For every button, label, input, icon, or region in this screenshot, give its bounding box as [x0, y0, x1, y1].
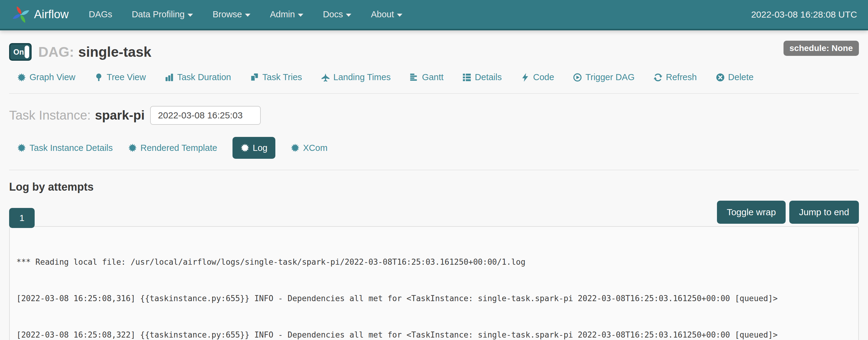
menu-label: Admin [270, 9, 295, 20]
dag-nav-label: Task Duration [177, 72, 231, 82]
play-circle-icon [573, 73, 582, 82]
task-instance-nav: Task Instance Details Rendered Template … [9, 137, 859, 159]
menu-item-admin[interactable]: Admin [270, 9, 303, 20]
dag-nav-tree-view[interactable]: Tree View [94, 72, 146, 82]
log-toolbar: 1 Toggle wrap Jump to end [9, 201, 859, 226]
chevron-down-icon [188, 14, 193, 17]
dag-nav-label: Refresh [666, 72, 697, 82]
utc-clock: 2022-03-08 16:28:08 UTC [751, 9, 857, 20]
starburst-icon [240, 143, 250, 152]
ti-nav-label: Rendered Template [141, 143, 217, 153]
ti-nav-task-instance-details[interactable]: Task Instance Details [17, 143, 113, 153]
log-by-attempts-heading: Log by attempts [9, 181, 859, 193]
attempt-tab-1[interactable]: 1 [9, 208, 35, 228]
starburst-icon [17, 73, 26, 82]
airflow-brand[interactable]: Airflow [11, 5, 69, 25]
dag-nav-trigger-dag[interactable]: Trigger DAG [573, 72, 634, 82]
top-navbar: Airflow DAGs Data Profiling Browse Admin… [0, 0, 868, 30]
menu-item-docs[interactable]: Docs [323, 9, 351, 20]
align-left-icon [409, 73, 418, 82]
dag-header: On DAG: single-task schedule: None [9, 43, 859, 61]
dag-nav-code[interactable]: Code [521, 72, 554, 82]
log-actions: Toggle wrap Jump to end [717, 201, 859, 224]
ti-nav-xcom[interactable]: XCom [290, 143, 328, 153]
starburst-icon [290, 143, 300, 152]
menu-item-data-profiling[interactable]: Data Profiling [132, 9, 193, 20]
menu-item-browse[interactable]: Browse [212, 9, 250, 20]
dag-nav-label: Landing Times [333, 72, 391, 82]
menu-item-dags[interactable]: DAGs [89, 9, 112, 20]
dag-nav-label: Tree View [107, 72, 146, 82]
dag-nav-label: Trigger DAG [585, 72, 634, 82]
dag-title: single-task [79, 44, 151, 60]
dag-nav-label: Details [475, 72, 502, 82]
schedule-badge: schedule: None [783, 41, 859, 56]
dag-nav-label: Task Tries [262, 72, 302, 82]
dag-nav-graph-view[interactable]: Graph View [17, 72, 75, 82]
dag-nav-label: Graph View [29, 72, 75, 82]
log-line: [2022-03-08 16:25:08,316] {{taskinstance… [17, 292, 851, 304]
toggle-knob [25, 45, 29, 58]
bolt-icon [521, 73, 530, 82]
bar-chart-icon [165, 73, 174, 82]
menu-label: About [371, 9, 394, 20]
chevron-down-icon [346, 14, 351, 17]
menu-item-about[interactable]: About [371, 9, 402, 20]
starburst-icon [17, 143, 26, 152]
dag-nav-label: Gantt [422, 72, 443, 82]
airflow-logo-icon [11, 5, 31, 25]
ti-nav-label: XCom [303, 143, 328, 153]
chevron-down-icon [298, 14, 303, 17]
brand-label: Airflow [34, 8, 69, 21]
task-instance-header: Task Instance: spark-pi [9, 106, 859, 125]
starburst-icon [128, 143, 137, 152]
ti-nav-rendered-template[interactable]: Rendered Template [128, 143, 217, 153]
task-instance-name: spark-pi [95, 108, 144, 123]
log-line: [2022-03-08 16:25:08,322] {{taskinstance… [17, 329, 851, 340]
dag-title-prefix: DAG: [38, 44, 74, 60]
menu-label: DAGs [89, 9, 112, 20]
divider [9, 93, 859, 94]
chevron-down-icon [397, 14, 402, 17]
divider [9, 170, 859, 170]
menu-label: Docs [323, 9, 343, 20]
dag-nav-details[interactable]: Details [462, 72, 502, 82]
plane-icon [321, 73, 330, 82]
list-icon [462, 73, 471, 82]
dag-view-nav: Graph View Tree View Task Duration Task … [9, 72, 859, 82]
dag-nav-label: Code [533, 72, 554, 82]
task-instance-label: Task Instance: [9, 108, 91, 123]
dag-nav-task-duration[interactable]: Task Duration [165, 72, 231, 82]
refresh-icon [653, 73, 662, 82]
dag-nav-delete[interactable]: Delete [716, 72, 754, 82]
dag-nav-landing-times[interactable]: Landing Times [321, 72, 391, 82]
remove-circle-icon [716, 73, 725, 82]
duplicate-pages-icon [250, 73, 259, 82]
dag-nav-label: Delete [728, 72, 754, 82]
chevron-down-icon [245, 14, 250, 17]
log-output[interactable]: *** Reading local file: /usr/local/airfl… [9, 226, 859, 340]
dag-nav-refresh[interactable]: Refresh [653, 72, 697, 82]
menu-label: Browse [212, 9, 242, 20]
toggle-wrap-button[interactable]: Toggle wrap [717, 201, 786, 224]
jump-to-end-button[interactable]: Jump to end [789, 201, 859, 224]
main-menu: DAGs Data Profiling Browse Admin Docs Ab… [89, 9, 402, 20]
ti-nav-log-active[interactable]: Log [232, 137, 275, 159]
ti-nav-label: Log [253, 143, 268, 153]
execution-date-input[interactable] [150, 106, 261, 125]
tree-icon [94, 73, 103, 82]
dag-nav-gantt[interactable]: Gantt [409, 72, 443, 82]
menu-label: Data Profiling [132, 9, 184, 20]
dag-nav-task-tries[interactable]: Task Tries [250, 72, 302, 82]
ti-nav-label: Task Instance Details [29, 143, 113, 153]
log-line: *** Reading local file: /usr/local/airfl… [17, 256, 851, 268]
toggle-on-label: On [13, 48, 24, 57]
dag-pause-toggle[interactable]: On [9, 43, 32, 61]
